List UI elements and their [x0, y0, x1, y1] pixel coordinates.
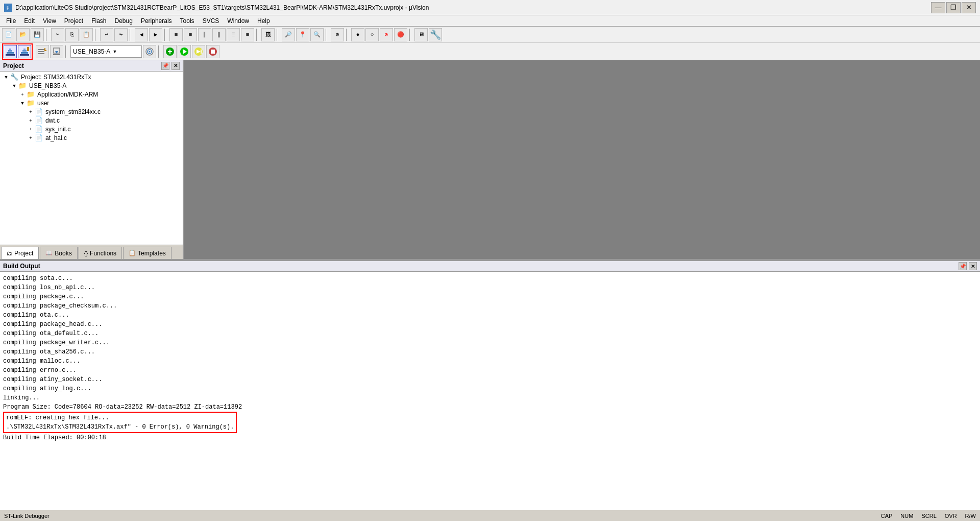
- tree-item-use-nb35-a[interactable]: ▼ 📁 USE_NB35-A: [0, 81, 183, 90]
- back-button[interactable]: ◀: [135, 28, 148, 41]
- menu-item-file[interactable]: File: [2, 15, 20, 26]
- maximize-button[interactable]: ❐: [946, 2, 961, 13]
- tab-books[interactable]: 📖 Books: [40, 247, 77, 259]
- toolbar-2: USE_NB35-A ▼: [0, 43, 980, 60]
- toolbar-btn-9[interactable]: ≣: [227, 28, 240, 41]
- svg-rect-27: [201, 50, 202, 54]
- settings-button[interactable]: [36, 45, 49, 58]
- build-line-14: linking...: [3, 393, 977, 402]
- toolbar-btn-15[interactable]: ⚙: [331, 28, 344, 41]
- tree-item-system[interactable]: + 📄 system_stm32l4xx.c: [0, 107, 183, 116]
- toolbar-btn-16[interactable]: ●: [351, 28, 364, 41]
- download-button[interactable]: [50, 45, 63, 58]
- folder-icon-3: 📁: [27, 99, 36, 107]
- menu-item-view[interactable]: View: [39, 15, 60, 26]
- tree-item-application[interactable]: + 📁 Application/MDK-ARM: [0, 90, 183, 99]
- build-line-12: compiling atiny_socket.c...: [3, 375, 977, 384]
- toolbar-btn-18[interactable]: ⊗: [380, 28, 393, 41]
- top-split: Project 📌 ✕ ▼ 🔧 Project: STM32L431RxTx ▼…: [0, 60, 980, 260]
- toolbar-btn-14[interactable]: 🔍: [310, 28, 324, 41]
- tab-project[interactable]: 🗂 Project: [1, 247, 39, 259]
- file-icon-2: 📄: [35, 116, 44, 124]
- minimize-button[interactable]: —: [931, 2, 945, 13]
- close-panel-button[interactable]: ✕: [172, 62, 180, 70]
- build-line-3: compiling package.c...: [3, 292, 977, 301]
- build-line-15: Program Size: Code=78604 RO-data=23252 R…: [3, 402, 977, 412]
- run-button[interactable]: [178, 45, 191, 58]
- build-output-title: Build Output: [3, 263, 40, 270]
- pin-button[interactable]: 📌: [161, 62, 169, 70]
- toolbar-btn-8[interactable]: ∥: [212, 28, 226, 41]
- open-file-button[interactable]: 📂: [16, 28, 30, 41]
- tab-functions-icon: {}: [84, 250, 88, 256]
- pin-build-button[interactable]: 📌: [959, 262, 967, 270]
- svg-rect-22: [169, 50, 170, 54]
- file-icon-4: 📄: [35, 134, 44, 141]
- close-button[interactable]: ✕: [962, 2, 976, 13]
- paste-button[interactable]: 📋: [80, 28, 93, 41]
- menu-item-tools[interactable]: Tools: [176, 15, 199, 26]
- target-dropdown[interactable]: USE_NB35-A ▼: [70, 45, 142, 58]
- svg-rect-4: [21, 52, 28, 54]
- toolbar-btn-6[interactable]: ≡: [184, 28, 197, 41]
- cut-button[interactable]: ✂: [51, 28, 64, 41]
- separator-1: [46, 29, 49, 41]
- tree-item-user[interactable]: ▼ 📁 user: [0, 99, 183, 107]
- menu-item-peripherals[interactable]: Peripherals: [137, 15, 176, 26]
- title-bar: μ D:\application\LiteOS Studio\project\S…: [0, 0, 980, 15]
- folder-icon-2: 📁: [27, 90, 36, 98]
- project-panel: Project 📌 ✕ ▼ 🔧 Project: STM32L431RxTx ▼…: [0, 60, 184, 259]
- build-output-header: Build Output 📌 ✕: [0, 260, 980, 272]
- toolbar-btn-11[interactable]: 🖼: [261, 28, 275, 41]
- redo-button[interactable]: ↪: [114, 28, 128, 41]
- tab-templates[interactable]: 📋 Templates: [123, 247, 172, 259]
- toolbar-1: 📄 📂 💾 ✂ ⎘ 📋 ↩ ↪ ◀ ▶ ≡ ≡ ∥ ∥ ≣ ≡ 🖼 🔎 📍 🔍 …: [0, 27, 980, 43]
- separator-9: [409, 29, 412, 41]
- expand-icon-2: ▼: [10, 83, 18, 88]
- main-layout: Project 📌 ✕ ▼ 🔧 Project: STM32L431RxTx ▼…: [0, 60, 980, 521]
- toolbar-btn-5[interactable]: ≡: [169, 28, 183, 41]
- stop-button[interactable]: [206, 45, 219, 58]
- expand-icon-5: +: [27, 109, 35, 114]
- expand-icon-8: +: [27, 135, 35, 140]
- tree-item-dwt[interactable]: + 📄 dwt.c: [0, 116, 183, 125]
- toolbar-btn-10[interactable]: ≡: [241, 28, 254, 41]
- title-left: μ D:\application\LiteOS Studio\project\S…: [4, 4, 429, 12]
- menu-item-help[interactable]: Help: [253, 15, 274, 26]
- menu-item-edit[interactable]: Edit: [20, 15, 39, 26]
- menu-item-debug[interactable]: Debug: [111, 15, 137, 26]
- tab-functions[interactable]: {} Functions: [79, 247, 122, 259]
- svg-point-19: [149, 51, 151, 52]
- menu-item-svcs[interactable]: SVCS: [199, 15, 224, 26]
- rebuild-button[interactable]: [18, 45, 31, 58]
- toolbar-btn-17[interactable]: ○: [365, 28, 379, 41]
- add-target-button[interactable]: [163, 45, 177, 58]
- tree-item-athal[interactable]: + 📄 at_hal.c: [0, 133, 183, 142]
- tree-item-project-root[interactable]: ▼ 🔧 Project: STM32L431RxTx: [0, 73, 183, 81]
- toolbar-btn-20[interactable]: 🖥: [414, 28, 428, 41]
- menu-item-window[interactable]: Window: [223, 15, 253, 26]
- project-panel-title: Project: [3, 62, 24, 69]
- build-button[interactable]: [4, 45, 17, 58]
- menu-item-flash[interactable]: Flash: [87, 15, 110, 26]
- forward-button[interactable]: ▶: [149, 28, 162, 41]
- build-line-6: compiling package_head.c...: [3, 320, 977, 329]
- copy-button[interactable]: ⎘: [65, 28, 79, 41]
- close-build-button[interactable]: ✕: [969, 262, 977, 270]
- undo-button[interactable]: ↩: [100, 28, 113, 41]
- status-rw: R/W: [965, 513, 976, 519]
- new-file-button[interactable]: 📄: [2, 28, 15, 41]
- toolbar-btn-12[interactable]: 🔎: [282, 28, 295, 41]
- toolbar-btn-13[interactable]: 📍: [296, 28, 309, 41]
- tree-label-user: user: [37, 100, 49, 107]
- toolbar-btn-19[interactable]: 🔴: [394, 28, 407, 41]
- tree-item-sysinit[interactable]: + 📄 sys_init.c: [0, 125, 183, 133]
- toolbar-btn-7[interactable]: ∥: [198, 28, 211, 41]
- project-header-controls: 📌 ✕: [161, 62, 180, 70]
- target-options-button[interactable]: [143, 45, 156, 58]
- step-button[interactable]: [192, 45, 205, 58]
- toolbar-btn-21[interactable]: 🔧: [429, 28, 442, 41]
- separator-8: [346, 29, 349, 41]
- save-button[interactable]: 💾: [31, 28, 44, 41]
- menu-item-project[interactable]: Project: [60, 15, 87, 26]
